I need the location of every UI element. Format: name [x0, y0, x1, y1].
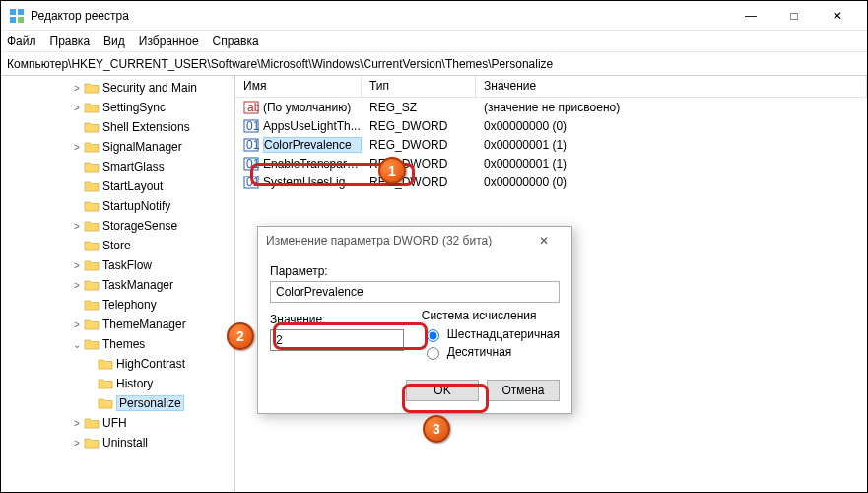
tree-caret-icon[interactable]: > — [70, 418, 84, 429]
maximize-button[interactable]: □ — [772, 2, 816, 30]
dialog-close-button[interactable]: ✕ — [524, 234, 564, 247]
menu-favorites[interactable]: Избранное — [139, 35, 199, 48]
folder-icon — [84, 317, 100, 331]
folder-icon — [98, 396, 113, 410]
tree-caret-icon[interactable]: > — [70, 438, 84, 449]
dialog-title-text: Изменение параметра DWORD (32 бита) — [266, 234, 492, 247]
tree-item[interactable]: Telephony — [1, 295, 234, 315]
cancel-button[interactable]: Отмена — [487, 380, 560, 401]
folder-icon — [84, 120, 100, 134]
tree-caret-icon[interactable]: > — [70, 319, 84, 330]
tree-label: UFH — [102, 416, 127, 430]
tree-caret-icon[interactable]: > — [70, 83, 84, 94]
close-button[interactable]: ✕ — [816, 2, 859, 30]
tree-caret-icon[interactable]: ⌄ — [70, 339, 84, 350]
radio-dec[interactable]: Десятичная — [422, 344, 560, 360]
tree-caret-icon[interactable]: > — [70, 103, 84, 113]
col-name[interactable]: Имя — [235, 76, 362, 97]
svg-text:011: 011 — [246, 138, 259, 152]
binary-value-icon: 011 — [243, 118, 259, 134]
value-input[interactable] — [270, 329, 404, 351]
tree-caret-icon[interactable]: > — [70, 280, 84, 291]
tree-label: HighContrast — [116, 357, 185, 371]
folder-icon — [84, 239, 100, 252]
value-name: AppsUseLightTh... — [263, 119, 362, 133]
folder-icon — [84, 101, 100, 114]
menu-edit[interactable]: Правка — [50, 35, 91, 48]
value-name: SystemUsesLigh... — [263, 176, 362, 189]
value-row[interactable]: 011ColorPrevalenceREG_DWORD0x00000001 (1… — [235, 135, 867, 154]
tree-item[interactable]: Store — [1, 236, 234, 255]
value-type: REG_DWORD — [362, 138, 476, 152]
value-row[interactable]: 011EnableTranspare...REG_DWORD0x00000001… — [235, 154, 867, 173]
folder-icon — [84, 298, 100, 312]
radio-dec-input[interactable] — [427, 347, 439, 360]
menu-view[interactable]: Вид — [103, 35, 125, 48]
tree-item[interactable]: >TaskFlow — [1, 255, 234, 275]
minimize-button[interactable]: — — [729, 2, 772, 30]
tree-item[interactable]: StartupNotify — [1, 196, 234, 216]
menu-help[interactable]: Справка — [213, 35, 259, 48]
tree-label: SignalManager — [102, 140, 182, 154]
menubar: Файл Правка Вид Избранное Справка — [1, 31, 867, 52]
binary-value-icon: 011 — [243, 175, 259, 190]
folder-icon — [84, 140, 100, 154]
folder-icon — [98, 377, 113, 390]
value-name: ColorPrevalence — [263, 137, 362, 153]
value-row[interactable]: 011AppsUseLightTh...REG_DWORD0x00000000 … — [235, 116, 867, 135]
tree-label: Shell Extensions — [102, 120, 190, 134]
param-field: ColorPrevalence — [270, 281, 560, 303]
value-row[interactable]: 011SystemUsesLigh...REG_DWORD0x00000000 … — [235, 173, 867, 191]
param-label: Параметр: — [270, 264, 560, 278]
tree-item[interactable]: >TaskManager — [1, 275, 234, 295]
ok-button[interactable]: OK — [406, 380, 479, 401]
tree-caret-icon[interactable]: > — [70, 142, 84, 153]
value-name: (По умолчанию) — [263, 101, 362, 114]
svg-text:ab: ab — [247, 101, 259, 114]
tree-label: Store — [102, 239, 131, 252]
value-data: 0x00000000 (0) — [476, 176, 867, 189]
value-label: Значение: — [270, 313, 404, 326]
value-type: REG_DWORD — [362, 176, 476, 189]
value-row[interactable]: ab(По умолчанию)REG_SZ(значение не присв… — [235, 98, 867, 116]
tree-item[interactable]: >SignalManager — [1, 137, 234, 157]
menu-file[interactable]: Файл — [7, 35, 36, 48]
col-type[interactable]: Тип — [362, 76, 476, 97]
address-bar[interactable]: Компьютер\HKEY_CURRENT_USER\Software\Mic… — [1, 52, 867, 76]
tree-item[interactable]: >SettingSync — [1, 98, 234, 117]
tree-item[interactable]: HighContrast — [1, 354, 234, 374]
radio-hex-input[interactable] — [427, 329, 439, 342]
tree-label: TaskManager — [102, 278, 173, 292]
titlebar: Редактор реестра — □ ✕ — [1, 1, 867, 31]
svg-text:011: 011 — [246, 176, 259, 189]
tree-item[interactable]: History — [1, 374, 234, 393]
radio-hex[interactable]: Шестнадцатеричная — [422, 326, 560, 342]
tree-item[interactable]: >StorageSense — [1, 216, 234, 236]
binary-value-icon: 011 — [243, 156, 259, 172]
tree-pane[interactable]: >Security and Main>SettingSyncShell Exte… — [1, 76, 235, 492]
col-value[interactable]: Значение — [476, 76, 867, 97]
tree-item[interactable]: Shell Extensions — [1, 117, 234, 137]
tree-item[interactable]: >Uninstall — [1, 433, 234, 453]
tree-item[interactable]: ⌄Themes — [1, 334, 234, 354]
tree-item[interactable]: >Security and Main — [1, 78, 234, 98]
folder-icon — [84, 160, 100, 174]
value-data: (значение не присвоено) — [476, 101, 867, 114]
folder-icon — [84, 81, 100, 95]
tree-caret-icon[interactable]: > — [70, 221, 84, 232]
svg-text:011: 011 — [246, 119, 259, 133]
tree-item[interactable]: >ThemeManager — [1, 315, 234, 334]
tree-label: Personalize — [116, 395, 184, 411]
folder-icon — [84, 337, 100, 351]
app-icon — [9, 8, 25, 24]
tree-item[interactable]: StartLayout — [1, 176, 234, 196]
dialog-titlebar[interactable]: Изменение параметра DWORD (32 бита) ✕ — [258, 227, 571, 254]
tree-item[interactable]: >UFH — [1, 413, 234, 433]
value-data: 0x00000001 (1) — [476, 157, 867, 171]
tree-item[interactable]: SmartGlass — [1, 157, 234, 176]
tree-caret-icon[interactable]: > — [70, 260, 84, 271]
tree-label: StartLayout — [102, 179, 163, 193]
value-name: EnableTranspare... — [263, 157, 362, 171]
svg-rect-0 — [10, 9, 16, 15]
tree-item[interactable]: Personalize — [1, 393, 234, 413]
